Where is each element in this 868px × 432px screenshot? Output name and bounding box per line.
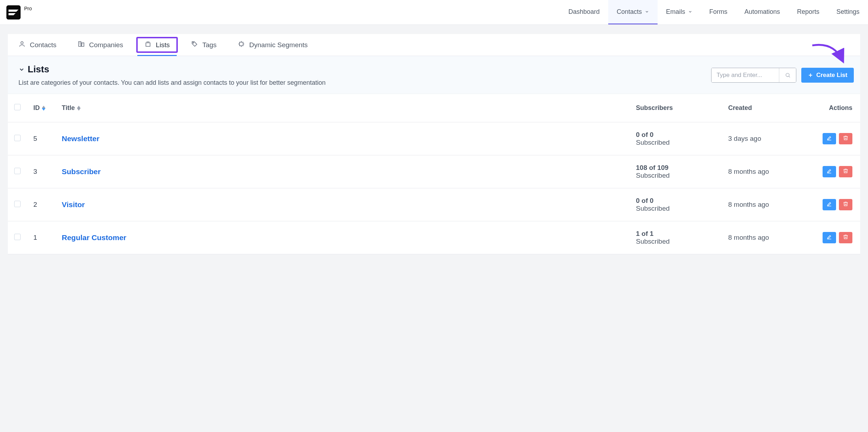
table-row: 3Subscriber108 of 109Subscribed8 months …	[8, 155, 860, 188]
trash-icon	[843, 135, 848, 143]
delete-button[interactable]	[839, 199, 852, 210]
topnav-item-label: Emails	[666, 8, 685, 16]
trash-icon	[843, 201, 848, 209]
edit-icon	[826, 201, 832, 209]
row-checkbox[interactable]	[14, 168, 21, 174]
topnav-item-contacts[interactable]: Contacts	[608, 0, 658, 24]
column-header-title[interactable]: Title	[55, 94, 630, 122]
row-checkbox[interactable]	[14, 135, 21, 141]
subnav-item-label: Tags	[202, 41, 216, 49]
topnav-item-label: Settings	[836, 8, 859, 16]
topnav-item-dashboard[interactable]: Dashboard	[560, 0, 608, 24]
sort-icon	[77, 106, 81, 111]
svg-rect-10	[240, 42, 243, 46]
sort-icon	[42, 106, 45, 111]
search-group	[711, 68, 796, 83]
svg-marker-22	[77, 108, 81, 111]
row-checkbox[interactable]	[14, 201, 21, 207]
row-subscribers: 108 of 109Subscribed	[630, 155, 722, 188]
top-navigation: Pro DashboardContactsEmailsFormsAutomati…	[0, 0, 868, 25]
list-title-link[interactable]: Subscriber	[62, 167, 101, 176]
chevron-down-icon	[645, 10, 649, 14]
create-list-button[interactable]: Create List	[801, 68, 854, 83]
topnav-item-emails[interactable]: Emails	[658, 0, 701, 24]
dynamic-segments-tab[interactable]: Dynamic Segments	[231, 34, 315, 56]
lists-tab[interactable]: Lists	[137, 34, 177, 56]
edit-button[interactable]	[823, 133, 836, 144]
svg-rect-3	[82, 43, 84, 46]
contacts-icon	[18, 40, 26, 49]
edit-icon	[826, 234, 832, 242]
row-created: 3 days ago	[722, 122, 814, 155]
svg-marker-19	[42, 106, 45, 108]
lists-table: ID Title	[8, 94, 860, 254]
brand-pro-label: Pro	[24, 0, 32, 11]
trash-icon	[843, 168, 848, 176]
edit-button[interactable]	[823, 166, 836, 177]
contacts-subnav: ContactsCompaniesListsTagsDynamic Segmen…	[8, 34, 860, 56]
tags-tab[interactable]: Tags	[184, 34, 224, 56]
brand-logo[interactable]	[6, 5, 21, 20]
column-header-subscribers: Subscribers	[630, 94, 722, 122]
search-icon	[785, 72, 791, 78]
create-list-button-label: Create List	[816, 72, 847, 79]
companies-tab[interactable]: Companies	[71, 34, 130, 56]
svg-point-1	[21, 41, 23, 44]
topnav-item-automations[interactable]: Automations	[736, 0, 789, 24]
page-toolbar: Lists List are categories of your contac…	[8, 56, 860, 94]
row-created: 8 months ago	[722, 155, 814, 188]
dynamic-segments-icon	[238, 40, 245, 49]
subnav-item-label: Lists	[156, 41, 170, 49]
row-id: 2	[27, 188, 55, 221]
delete-button[interactable]	[839, 133, 852, 144]
page-title: Lists	[28, 64, 49, 75]
table-row: 1Regular Customer1 of 1Subscribed8 month…	[8, 221, 860, 254]
delete-button[interactable]	[839, 166, 852, 177]
edit-button[interactable]	[823, 232, 836, 243]
svg-rect-0	[6, 5, 21, 20]
topnav-item-reports[interactable]: Reports	[789, 0, 828, 24]
search-input[interactable]	[712, 68, 779, 82]
tags-icon	[191, 40, 198, 49]
topnav-item-label: Dashboard	[568, 8, 600, 16]
svg-marker-21	[77, 106, 81, 108]
subnav-item-label: Companies	[89, 41, 123, 49]
topnav-item-label: Contacts	[617, 8, 642, 16]
row-subscribers: 1 of 1Subscribed	[630, 221, 722, 254]
select-all-checkbox[interactable]	[14, 104, 21, 110]
table-row: 2Visitor0 of 0Subscribed8 months ago	[8, 188, 860, 221]
topnav-item-settings[interactable]: Settings	[828, 0, 868, 24]
edit-icon	[826, 168, 832, 176]
topnav-item-label: Automations	[745, 8, 780, 16]
column-header-id[interactable]: ID	[27, 94, 55, 122]
topnav-item-label: Forms	[709, 8, 727, 16]
subnav-item-label: Dynamic Segments	[249, 41, 308, 49]
subnav-item-label: Contacts	[30, 41, 56, 49]
row-created: 8 months ago	[722, 221, 814, 254]
list-title-link[interactable]: Newsletter	[62, 134, 99, 143]
topnav-item-label: Reports	[797, 8, 819, 16]
page-title-toggle[interactable]: Lists	[18, 64, 711, 75]
row-id: 1	[27, 221, 55, 254]
list-title-link[interactable]: Visitor	[62, 200, 85, 209]
search-button[interactable]	[779, 68, 796, 82]
row-subscribers: 0 of 0Subscribed	[630, 188, 722, 221]
svg-point-9	[193, 42, 194, 43]
topnav-item-forms[interactable]: Forms	[701, 0, 736, 24]
companies-icon	[78, 40, 85, 49]
svg-rect-7	[146, 43, 150, 46]
table-row: 5Newsletter0 of 0Subscribed3 days ago	[8, 122, 860, 155]
row-id: 3	[27, 155, 55, 188]
edit-button[interactable]	[823, 199, 836, 210]
row-id: 5	[27, 122, 55, 155]
lists-icon	[144, 40, 152, 49]
contacts-tab[interactable]: Contacts	[11, 34, 64, 56]
delete-button[interactable]	[839, 232, 852, 243]
edit-icon	[826, 135, 832, 143]
page-description: List are categories of your contacts. Yo…	[18, 79, 711, 87]
row-created: 8 months ago	[722, 188, 814, 221]
list-title-link[interactable]: Regular Customer	[62, 233, 126, 242]
row-checkbox[interactable]	[14, 234, 21, 240]
svg-marker-20	[42, 108, 45, 111]
chevron-down-icon	[688, 10, 692, 14]
